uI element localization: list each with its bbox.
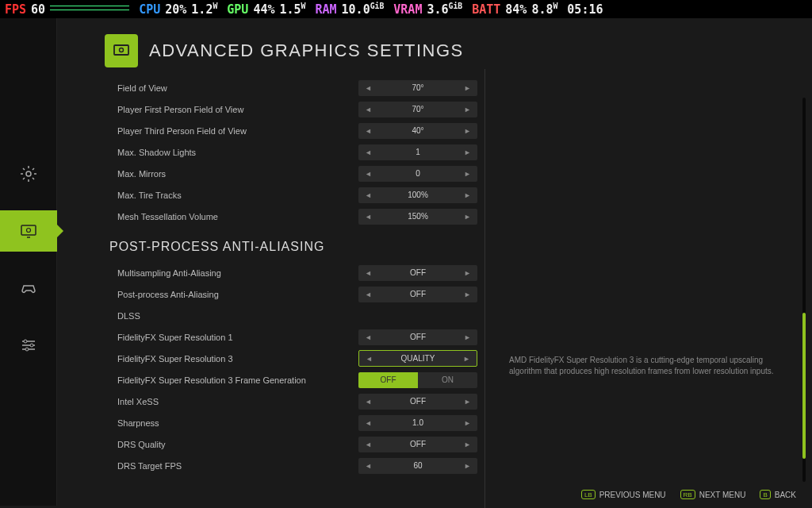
clock-stat: 05:16 xyxy=(567,2,603,17)
performance-overlay: FPS 60 CPU 20% 1.2W GPU 44% 1.5W RAM 10.… xyxy=(0,0,812,18)
setting-stepper[interactable]: ◄OFF► xyxy=(358,287,477,302)
setting-stepper[interactable]: ◄OFF► xyxy=(358,265,477,281)
fps-stat: FPS 60 xyxy=(5,2,129,17)
chevron-right-icon[interactable]: ► xyxy=(464,127,471,135)
sidebar xyxy=(0,18,57,506)
monitor-gear-icon xyxy=(112,41,131,60)
setting-stepper[interactable]: ◄70°► xyxy=(358,80,477,96)
chevron-right-icon[interactable]: ► xyxy=(464,462,471,470)
chevron-left-icon[interactable]: ◄ xyxy=(366,355,373,363)
setting-stepper[interactable]: ◄ QUALITY ► xyxy=(358,350,477,367)
setting-stepper[interactable]: ◄0► xyxy=(358,166,477,182)
gpu-stat: GPU 44% 1.5W xyxy=(227,2,305,17)
setting-row[interactable]: Multisampling Anti-Aliasing◄OFF► xyxy=(105,262,477,283)
chevron-right-icon[interactable]: ► xyxy=(464,170,471,178)
toggle-off[interactable]: OFF xyxy=(358,372,418,388)
setting-row[interactable]: Sharpness◄1.0► xyxy=(105,412,477,433)
setting-value: QUALITY xyxy=(373,354,463,363)
setting-label: DRS Quality xyxy=(105,440,358,449)
sidebar-item-controls[interactable] xyxy=(0,267,57,309)
setting-label: Max. Shadow Lights xyxy=(105,148,358,157)
chevron-right-icon[interactable]: ► xyxy=(464,441,471,448)
chevron-right-icon[interactable]: ► xyxy=(464,333,471,341)
setting-label: DLSS xyxy=(105,311,477,321)
setting-value: 100% xyxy=(372,190,464,199)
chevron-left-icon[interactable]: ◄ xyxy=(365,148,372,156)
setting-stepper[interactable]: ◄100%► xyxy=(358,187,477,203)
chevron-left-icon[interactable]: ◄ xyxy=(365,127,372,135)
setting-row[interactable]: Player First Person Field of View◄70°► xyxy=(105,98,477,120)
setting-value: 1.0 xyxy=(372,418,464,427)
chevron-right-icon[interactable]: ► xyxy=(464,269,471,277)
chevron-left-icon[interactable]: ◄ xyxy=(365,170,372,178)
setting-row[interactable]: DRS Quality◄OFF► xyxy=(105,433,477,455)
chevron-right-icon[interactable]: ► xyxy=(464,84,471,92)
ram-stat: RAM 10.0GiB xyxy=(315,2,384,17)
setting-stepper[interactable]: ◄ OFF ► xyxy=(358,329,477,345)
chevron-right-icon[interactable]: ► xyxy=(464,148,471,156)
chevron-left-icon[interactable]: ◄ xyxy=(365,333,372,341)
setting-row[interactable]: Max. Shadow Lights◄1► xyxy=(105,141,477,163)
scrollbar[interactable] xyxy=(802,98,806,482)
setting-stepper[interactable]: ◄OFF► xyxy=(358,437,477,452)
hint-prev-menu: LB PREVIOUS MENU xyxy=(581,490,666,499)
setting-label: Max. Mirrors xyxy=(105,169,358,179)
setting-stepper[interactable]: ◄1.0► xyxy=(358,415,477,431)
lb-button-icon: LB xyxy=(581,490,596,499)
chevron-left-icon[interactable]: ◄ xyxy=(365,84,372,92)
setting-value: OFF xyxy=(372,268,464,277)
setting-row[interactable]: Max. Tire Tracks◄100%► xyxy=(105,184,477,206)
chevron-left-icon[interactable]: ◄ xyxy=(365,419,372,427)
setting-dlss[interactable]: DLSS xyxy=(105,305,477,326)
chevron-left-icon[interactable]: ◄ xyxy=(365,462,372,470)
setting-fsr1[interactable]: FidelityFX Super Resolution 1 ◄ OFF ► xyxy=(105,326,477,348)
sidebar-item-general[interactable] xyxy=(0,153,57,194)
setting-value: 70° xyxy=(372,83,464,92)
setting-row[interactable]: Max. Mirrors◄0► xyxy=(105,163,477,184)
setting-stepper[interactable]: ◄70°► xyxy=(358,102,477,117)
chevron-left-icon[interactable]: ◄ xyxy=(365,269,372,277)
setting-label: FidelityFX Super Resolution 1 xyxy=(105,333,358,342)
setting-label: Multisampling Anti-Aliasing xyxy=(105,268,358,278)
chevron-right-icon[interactable]: ► xyxy=(464,398,471,406)
setting-stepper[interactable]: ◄40°► xyxy=(358,123,477,139)
chevron-left-icon[interactable]: ◄ xyxy=(365,291,372,298)
sidebar-item-display[interactable] xyxy=(0,210,57,252)
chevron-right-icon[interactable]: ► xyxy=(464,191,471,199)
svg-point-5 xyxy=(25,348,29,351)
setting-stepper[interactable]: ◄1► xyxy=(358,144,477,160)
svg-point-7 xyxy=(120,48,124,52)
chevron-left-icon[interactable]: ◄ xyxy=(365,213,372,221)
setting-row[interactable]: Field of View◄70°► xyxy=(105,77,477,98)
chevron-right-icon[interactable]: ► xyxy=(463,355,470,363)
setting-row[interactable]: Post-process Anti-Aliasing◄OFF► xyxy=(105,283,477,305)
sliders-icon xyxy=(19,336,38,355)
setting-row[interactable]: Player Third Person Field of View◄40°► xyxy=(105,120,477,141)
setting-stepper[interactable]: ◄150%► xyxy=(358,209,477,225)
setting-row[interactable]: Intel XeSS◄OFF► xyxy=(105,391,477,412)
sidebar-item-sliders[interactable] xyxy=(0,325,57,366)
chevron-left-icon[interactable]: ◄ xyxy=(365,398,372,406)
chevron-left-icon[interactable]: ◄ xyxy=(365,441,372,448)
scrollbar-thumb[interactable] xyxy=(802,313,806,459)
svg-point-3 xyxy=(24,340,27,343)
toggle[interactable]: OFF ON xyxy=(358,372,477,388)
chevron-right-icon[interactable]: ► xyxy=(464,291,471,298)
setting-label: Intel XeSS xyxy=(105,397,358,406)
chevron-left-icon[interactable]: ◄ xyxy=(365,191,372,199)
chevron-left-icon[interactable]: ◄ xyxy=(365,106,372,114)
monitor-gear-icon xyxy=(19,221,38,241)
setting-row[interactable]: DRS Target FPS◄60► xyxy=(105,455,477,476)
svg-point-0 xyxy=(26,171,31,176)
chevron-right-icon[interactable]: ► xyxy=(464,419,471,427)
chevron-right-icon[interactable]: ► xyxy=(464,213,471,221)
svg-point-2 xyxy=(26,229,30,233)
setting-fsr3[interactable]: FidelityFX Super Resolution 3 ◄ QUALITY … xyxy=(105,348,477,369)
toggle-on[interactable]: ON xyxy=(418,372,477,388)
page-title: ADVANCED GRAPHICS SETTINGS xyxy=(149,40,464,61)
setting-row[interactable]: Mesh Tessellation Volume◄150%► xyxy=(105,206,477,227)
chevron-right-icon[interactable]: ► xyxy=(464,106,471,114)
setting-stepper[interactable]: ◄OFF► xyxy=(358,394,477,410)
setting-stepper[interactable]: ◄60► xyxy=(358,458,477,474)
setting-fsr3-framegen[interactable]: FidelityFX Super Resolution 3 Frame Gene… xyxy=(105,369,477,391)
